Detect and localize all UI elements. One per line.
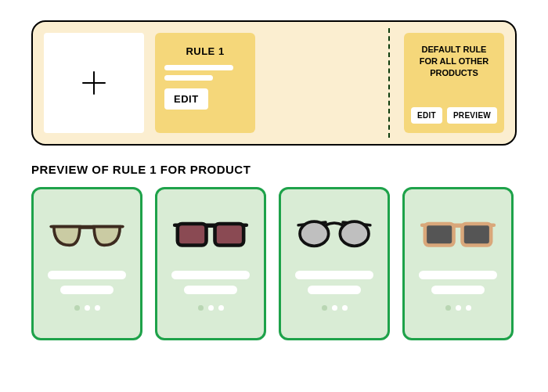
- product-image: [290, 207, 378, 257]
- product-placeholder-lines: [290, 271, 378, 294]
- preview-heading: PREVIEW OF RULE 1 FOR PRODUCT: [31, 163, 517, 176]
- svg-rect-18: [425, 224, 454, 246]
- rules-panel: RULE 1 EDIT DEFAULT RULE FOR ALL OTHER P…: [31, 20, 517, 146]
- preview-grid: [31, 187, 517, 340]
- rules-divider: [388, 28, 390, 138]
- carousel-dots: [445, 305, 471, 311]
- default-rule-title: DEFAULT RULE FOR ALL OTHER PRODUCTS: [412, 44, 496, 79]
- product-card[interactable]: [155, 187, 266, 340]
- default-edit-button[interactable]: EDIT: [411, 107, 442, 124]
- product-image: [167, 207, 254, 257]
- default-rule-card: DEFAULT RULE FOR ALL OTHER PRODUCTS EDIT…: [404, 33, 504, 133]
- rule-card-1[interactable]: RULE 1 EDIT: [155, 33, 255, 133]
- carousel-dots: [198, 305, 224, 311]
- svg-rect-6: [178, 224, 207, 246]
- carousel-dots: [74, 305, 100, 311]
- plus-icon: [80, 69, 108, 97]
- default-preview-button[interactable]: PREVIEW: [447, 107, 497, 124]
- product-card[interactable]: [279, 187, 390, 340]
- rule-title: RULE 1: [186, 45, 224, 57]
- svg-rect-7: [215, 224, 244, 246]
- product-card[interactable]: [31, 187, 142, 340]
- product-image: [414, 207, 502, 257]
- add-rule-button[interactable]: [44, 33, 144, 133]
- rule-placeholder-lines: [164, 65, 246, 81]
- product-placeholder-lines: [414, 271, 502, 294]
- default-rule-actions: EDIT PREVIEW: [411, 107, 497, 124]
- edit-button[interactable]: EDIT: [164, 88, 208, 110]
- carousel-dots: [322, 305, 348, 311]
- svg-rect-19: [463, 224, 492, 246]
- product-image: [43, 207, 131, 257]
- product-card[interactable]: [402, 187, 514, 340]
- product-placeholder-lines: [43, 271, 131, 294]
- product-placeholder-lines: [167, 271, 254, 294]
